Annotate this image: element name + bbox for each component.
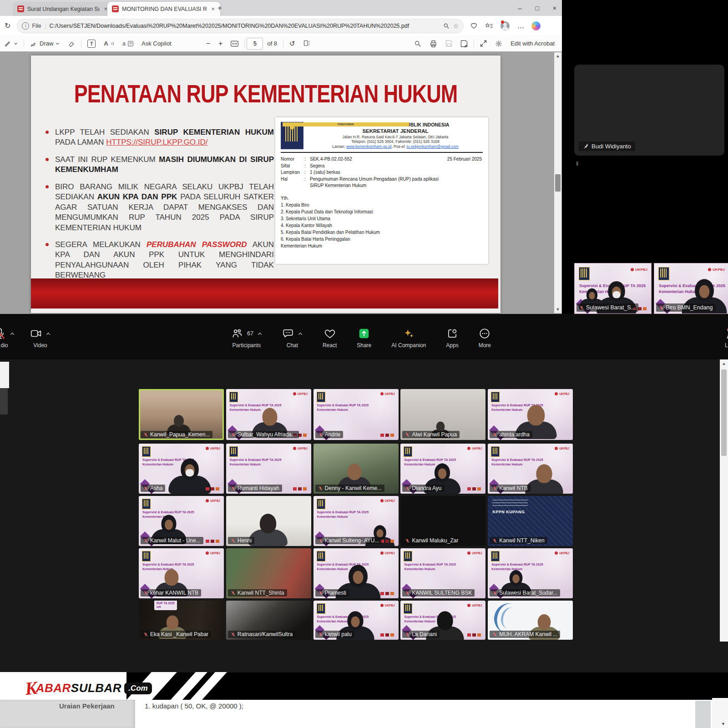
profile-avatar[interactable] — [500, 21, 510, 30]
tab-surat-undangan[interactable]: Surat Undangan Kegiatan Superv × — [13, 2, 113, 16]
participant-tile[interactable]: UKPBJSupervisi & Evaluasi RUP TA 2025Kem… — [139, 496, 224, 546]
scroll-thumb[interactable] — [721, 369, 727, 456]
posel-link[interactable]: tu.sekjenkumham@gmail.com — [407, 144, 459, 149]
participant-tile[interactable]: UKPBJSupervisi & Evaluasi RUP TA 2025Kem… — [313, 601, 399, 640]
ukpbj-logo: UKPBJ — [467, 551, 482, 555]
info-icon[interactable]: i — [22, 22, 29, 30]
pinned-video-tile[interactable]: Budi Widiyanto — [574, 65, 724, 156]
share-button[interactable]: Share — [357, 314, 371, 349]
browser-essentials-icon[interactable] — [470, 22, 478, 30]
rotate-button[interactable]: ↺ — [289, 40, 295, 48]
participant-tile[interactable]: Henni — [226, 496, 311, 546]
react-button[interactable]: React — [323, 314, 337, 349]
chevron-up-icon[interactable] — [46, 332, 51, 335]
virtual-bg-title: Supervisi & Evaluasi RUP TA 2025 — [142, 511, 194, 514]
draw-tool-button[interactable]: Draw — [30, 40, 60, 47]
participant-tile[interactable]: UKPBJSupervisi & Evaluasi RUP TA 2025Kem… — [488, 389, 573, 440]
participant-tile[interactable]: Kanwil NTT_Shinta — [226, 548, 311, 598]
copilot-icon[interactable] — [531, 21, 541, 30]
participant-tile[interactable]: UKPBJSupervisi & Evaluasi RUP TA 2025Kem… — [313, 548, 399, 598]
ukpbj-logo: UKPBJ — [555, 392, 569, 395]
save-button[interactable] — [445, 40, 452, 47]
video-button[interactable]: Video — [30, 314, 51, 349]
participant-count: 67 — [247, 330, 253, 337]
scroll-down-icon[interactable]: ▼ — [721, 722, 725, 726]
participant-tile[interactable]: KPPN KUPANGKanwil NTT_Niken — [488, 496, 573, 546]
participant-tile[interactable]: UKPBJSupervisi & Evaluasi RUP TA 2025Kem… — [400, 548, 485, 598]
participant-tile[interactable]: UKPBJSupervisi & Evaluasi RUP TA 2025Kem… — [488, 444, 573, 494]
zoom-search-icon[interactable] — [443, 23, 450, 29]
pdf-scrollbar[interactable]: ▲ ▼ — [554, 52, 561, 313]
participants-button[interactable]: 67Participants — [231, 314, 262, 349]
close-icon[interactable]: × — [553, 5, 556, 12]
eraser-button[interactable] — [68, 40, 75, 47]
edit-with-acrobat-button[interactable]: Edit with Acrobat — [511, 40, 555, 47]
url-field[interactable]: i File C:/Users/SETJEN/Downloads/Evaluas… — [17, 19, 464, 33]
page-number-input[interactable] — [247, 38, 263, 50]
participant-tile[interactable]: UKPBJSupervisi & Evaluasi RUP TA 2025Kem… — [139, 444, 224, 494]
filmstrip-tile[interactable]: UKPBJSupervisi & Evaluasi RUP TA 2025Kem… — [654, 263, 728, 314]
scroll-up-icon[interactable]: ▲ — [720, 361, 728, 366]
participant-tile[interactable]: UKPBJSupervisi & Evaluasi RUP TA 2025Kem… — [400, 444, 485, 494]
chevron-up-icon[interactable] — [298, 332, 303, 335]
slide-link[interactable]: HTTPS://SIRUP.LKPP.GO.ID/ — [106, 138, 207, 147]
participant-tile[interactable]: UKPBJSupervisi & Evaluasi RUP TA 2025Kem… — [313, 496, 399, 546]
participant-tile[interactable]: Alwi Kanwil Papua — [400, 389, 485, 440]
fullscreen-button[interactable] — [480, 40, 487, 47]
background-scrollbar[interactable]: ▲ — [720, 359, 728, 642]
participant-tile[interactable]: UKPBJSupervisi & Evaluasi RUP TA 2025Kem… — [488, 548, 573, 598]
pdf-scroll-thumb[interactable] — [555, 174, 561, 192]
letter-divider — [281, 152, 483, 153]
participant-tile[interactable]: UKPBJSupervisi & Evaluasi RUP TA 2025Kem… — [139, 548, 224, 598]
laman-link[interactable]: www.kemenkumham.go.id — [346, 144, 391, 149]
tab-monitoring-evaluasi[interactable]: MONITORING DAN EVALUASI RU × — [107, 2, 220, 16]
print-button[interactable] — [430, 40, 437, 47]
more-button[interactable]: More — [479, 314, 491, 349]
chevron-up-icon[interactable] — [258, 332, 262, 335]
tab-close-icon[interactable]: × — [210, 5, 216, 12]
kemenkumham-logo — [579, 267, 590, 280]
zoom-in-button[interactable]: + — [218, 40, 222, 48]
highlight-tool-button[interactable] — [4, 40, 18, 47]
background-scrollbar[interactable]: ▼ — [712, 698, 728, 728]
kemenkumham-logo — [142, 446, 151, 457]
scroll-up-icon[interactable]: ▲ — [554, 54, 561, 58]
favorites-list-icon[interactable] — [485, 22, 493, 30]
search-document-button[interactable] — [414, 40, 421, 47]
read-aloud-button[interactable]: A — [104, 40, 114, 47]
favorite-star-icon[interactable]: ☆ — [453, 22, 459, 30]
zoom-out-button[interactable]: − — [206, 40, 210, 48]
add-text-button[interactable]: T — [87, 40, 96, 48]
participant-tile[interactable]: UKPBJSupervisi & Evaluasi RUP TA 2025Kem… — [313, 389, 399, 440]
chat-button[interactable]: Chat — [282, 314, 303, 349]
scroll-down-icon[interactable]: ▼ — [554, 307, 561, 312]
fit-width-button[interactable] — [231, 40, 238, 47]
participant-tile[interactable]: UKPBJSupervisi & Evaluasi RUP TA 2025Kem… — [226, 444, 311, 494]
panel-drag-handle[interactable]: ‖ — [576, 160, 579, 167]
minimize-icon[interactable]: – — [518, 5, 522, 12]
settings-gear-icon[interactable] — [495, 40, 502, 47]
participant-tile[interactable]: Denny - Kanwil Keme... — [313, 444, 399, 494]
participant-tile[interactable]: Kanwil_Papua_Kemen... — [139, 389, 224, 440]
new-tab-button[interactable]: + — [217, 4, 222, 13]
dio-button[interactable]: dio — [0, 314, 15, 349]
more-menu-icon[interactable]: … — [517, 22, 524, 30]
lea-button[interactable]: Lea — [723, 314, 728, 349]
reload-icon[interactable]: ↻ — [5, 21, 10, 30]
restore-icon[interactable]: □ — [535, 5, 539, 12]
translate-button[interactable]: a — [122, 40, 133, 47]
ask-copilot-button[interactable]: Ask Copilot — [142, 40, 172, 47]
chevron-up-icon[interactable] — [10, 332, 15, 335]
leave-icon — [723, 328, 728, 339]
participant-tile[interactable]: UKPBJSupervisi & Evaluasi RUP TA 2025Kem… — [400, 601, 485, 640]
participant-tile[interactable]: Kanwil Maluku_Zar — [400, 496, 485, 546]
save-as-button[interactable] — [460, 40, 468, 47]
page-view-button[interactable] — [303, 40, 310, 47]
filmstrip-tile[interactable]: UKPBJSupervisi & Evaluasi RUP TA 2025Kem… — [574, 263, 652, 314]
participant-tile[interactable]: UKPBJSupervisi & Evaluasi RUP TA 2025Kem… — [226, 389, 311, 440]
participant-tile[interactable]: MUH. AKRAM Kanwil ... — [488, 601, 573, 640]
ai-companion-button[interactable]: AI Companion — [391, 314, 426, 349]
participant-tile[interactable]: Ratnasari/KanwilSultra — [226, 601, 311, 640]
apps-button[interactable]: Apps — [446, 314, 458, 349]
participant-tile[interactable]: RUP TA 2025umEka Kasi _Kanwil Pabar — [139, 601, 224, 640]
